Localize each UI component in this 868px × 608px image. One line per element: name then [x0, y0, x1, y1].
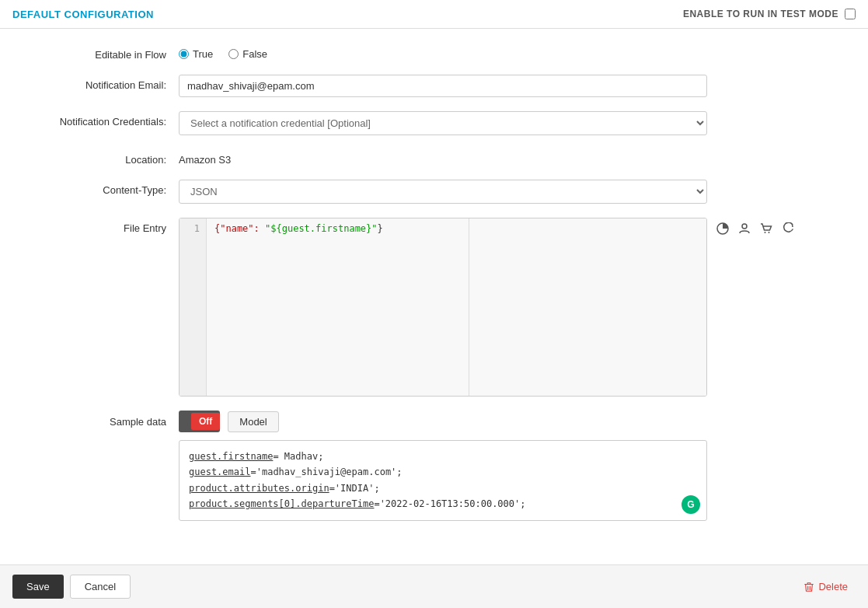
line-number-1: 1 — [186, 223, 200, 234]
notification-credentials-select[interactable]: Select a notification credential [Option… — [179, 111, 707, 135]
editable-in-flow-row: Editable in Flow True False — [31, 44, 837, 61]
sample-key-4: product.segments[0].departureTime — [189, 498, 374, 509]
notification-email-label: Notification Email: — [31, 75, 179, 91]
sample-data-controls: Off Model — [179, 411, 279, 432]
location-value: Amazon S3 — [179, 149, 707, 166]
notification-email-row: Notification Email: — [31, 75, 837, 97]
notification-email-input[interactable] — [179, 75, 707, 97]
pie-chart-icon — [716, 222, 729, 235]
toggle-off-pill: Off — [191, 413, 220, 430]
notification-credentials-label: Notification Credentials: — [31, 111, 179, 128]
delete-label: Delete — [818, 581, 848, 592]
model-button[interactable]: Model — [228, 411, 278, 432]
sample-value-3: ='INDIA'; — [329, 483, 380, 494]
content-type-label: Content-Type: — [31, 180, 179, 196]
code-editor: 1 {"name": "${guest.firstname}"} — [179, 218, 707, 397]
notification-credentials-wrapper: Select a notification credential [Option… — [179, 111, 707, 135]
sample-value-4: ='2022-02-16T13:50:00.000'; — [374, 498, 525, 509]
radio-false-label[interactable]: False — [228, 48, 267, 60]
file-entry-label: File Entry — [31, 218, 179, 234]
code-content[interactable]: {"name": "${guest.firstname}"} — [207, 218, 469, 396]
svg-point-1 — [742, 224, 747, 229]
content-type-row: Content-Type: JSON — [31, 180, 837, 204]
sample-key-1: guest.firstname — [189, 451, 273, 462]
radio-true-text: True — [193, 48, 213, 60]
line-numbers: 1 — [180, 218, 207, 396]
editor-left-panel: 1 {"name": "${guest.firstname}"} — [180, 218, 469, 396]
sample-data-box: guest.firstname= Madhav; guest.email='ma… — [179, 440, 707, 521]
content-type-wrapper: JSON — [179, 180, 707, 204]
trash-icon — [804, 582, 814, 592]
sample-value-2: ='madhav_shivaji@epam.com'; — [250, 466, 402, 477]
sample-data-toggle[interactable]: Off — [179, 411, 220, 432]
sample-line-2: guest.email='madhav_shivaji@epam.com'; — [189, 464, 697, 480]
sample-line-4: product.segments[0].departureTime='2022-… — [189, 496, 697, 512]
code-key: {"name": — [214, 223, 265, 234]
main-content: Editable in Flow True False Notification… — [0, 29, 868, 564]
sample-data-header: Sample data Off Model — [31, 411, 837, 432]
notification-credentials-row: Notification Credentials: Select a notif… — [31, 111, 837, 135]
svg-point-2 — [765, 232, 766, 233]
refresh-icon — [782, 222, 794, 235]
footer-left: Save Cancel — [12, 575, 131, 599]
editor-right-panel — [469, 218, 706, 396]
editable-in-flow-label: Editable in Flow — [31, 44, 179, 61]
sample-value-1: = Madhav; — [273, 451, 323, 462]
location-value-wrapper: Amazon S3 — [179, 149, 707, 166]
svg-point-3 — [769, 232, 770, 233]
pie-chart-icon-btn[interactable] — [715, 221, 730, 236]
editable-radio-group: True False — [179, 44, 707, 60]
radio-false-text: False — [242, 48, 267, 60]
code-closing: } — [378, 223, 383, 234]
location-label: Location: — [31, 149, 179, 166]
person-icon-btn[interactable] — [737, 221, 752, 236]
sample-data-row: Sample data Off Model guest.firstname= M… — [31, 411, 837, 521]
save-button[interactable]: Save — [12, 575, 64, 599]
code-value: "${guest.firstname}" — [265, 223, 378, 234]
file-entry-row: File Entry 1 {"name": "${guest.firstname… — [31, 218, 837, 397]
cart-icon-btn[interactable] — [758, 221, 774, 236]
cancel-button[interactable]: Cancel — [70, 575, 131, 599]
sample-data-label: Sample data — [31, 416, 179, 428]
sample-line-1: guest.firstname= Madhav; — [189, 449, 697, 464]
page-title: DEFAULT CONFIGURATION — [12, 9, 154, 20]
file-entry-icons — [707, 218, 796, 236]
sample-key-2: guest.email — [189, 466, 250, 477]
radio-false[interactable] — [228, 49, 239, 59]
grammarly-icon: G — [682, 495, 700, 514]
toggle-bg — [179, 418, 191, 425]
test-mode-checkbox[interactable] — [845, 9, 856, 19]
sample-key-3: product.attributes.origin — [189, 483, 329, 494]
location-row: Location: Amazon S3 — [31, 149, 837, 166]
footer: Save Cancel Delete — [0, 564, 868, 608]
sample-data-content-wrapper: guest.firstname= Madhav; guest.email='ma… — [179, 440, 707, 521]
header: DEFAULT CONFIGURATION ENABLE TO RUN IN T… — [0, 0, 868, 29]
file-entry-editor-wrapper: 1 {"name": "${guest.firstname}"} — [179, 218, 707, 397]
content-type-select[interactable]: JSON — [179, 180, 707, 204]
notification-email-wrapper — [179, 75, 707, 97]
person-icon — [738, 222, 751, 235]
test-mode-label: ENABLE TO RUN IN TEST MODE — [683, 9, 838, 19]
radio-true-label[interactable]: True — [179, 48, 213, 60]
refresh-icon-btn[interactable] — [780, 221, 796, 236]
cart-icon — [760, 222, 772, 235]
delete-button[interactable]: Delete — [796, 575, 856, 598]
sample-line-3: product.attributes.origin='INDIA'; — [189, 480, 697, 496]
radio-true[interactable] — [179, 49, 189, 59]
